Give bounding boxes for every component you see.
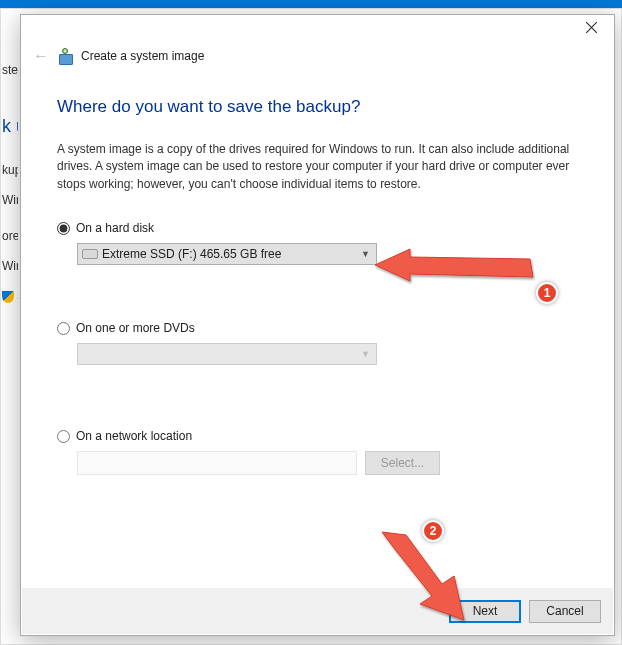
system-image-icon: [57, 48, 73, 64]
select-network-button: Select...: [365, 451, 440, 475]
annotation-badge-1: 1: [536, 282, 558, 304]
network-path-input: [77, 451, 357, 475]
close-button[interactable]: [569, 15, 614, 41]
annotation-badge-2: 2: [422, 520, 444, 542]
drive-dropdown[interactable]: Extreme SSD (F:) 465.65 GB free ▼: [77, 243, 377, 265]
option-hard-disk[interactable]: On a hard disk: [57, 221, 578, 235]
dvd-dropdown: ▼: [77, 343, 377, 365]
chevron-down-icon: ▼: [361, 349, 372, 359]
chevron-down-icon: ▼: [361, 249, 372, 259]
cancel-button[interactable]: Cancel: [529, 600, 601, 623]
option-dvd[interactable]: On one or more DVDs: [57, 321, 578, 335]
option-hard-disk-label: On a hard disk: [76, 221, 154, 235]
drive-icon: [82, 249, 98, 259]
page-heading: Where do you want to save the backup?: [57, 97, 578, 117]
radio-dvd[interactable]: [57, 322, 70, 335]
radio-hard-disk[interactable]: [57, 222, 70, 235]
system-image-dialog: ← Create a system image Where do you wan…: [20, 14, 615, 636]
next-button[interactable]: Next: [449, 600, 521, 623]
close-icon: [586, 22, 597, 33]
drive-dropdown-value: Extreme SSD (F:) 465.65 GB free: [102, 247, 361, 261]
radio-network[interactable]: [57, 430, 70, 443]
background-sidebar: ster k u kup Win ore Win s: [2, 55, 18, 311]
dialog-title: Create a system image: [81, 49, 204, 63]
back-icon: ←: [33, 47, 49, 65]
description-text: A system image is a copy of the drives r…: [57, 141, 578, 193]
option-network[interactable]: On a network location: [57, 429, 578, 443]
option-dvd-label: On one or more DVDs: [76, 321, 195, 335]
option-network-label: On a network location: [76, 429, 192, 443]
dialog-footer: Next Cancel: [22, 588, 613, 634]
